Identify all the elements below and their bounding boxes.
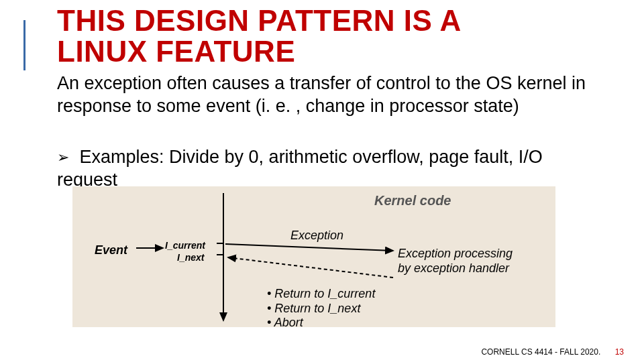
title-accent-bar <box>23 20 25 70</box>
footer-course: CORNELL CS 4414 - FALL 2020. <box>481 347 600 357</box>
title-line-2: LINUX FEATURE <box>57 35 295 68</box>
slide-title: THIS DESIGN PATTERN IS A LINUX FEATURE <box>57 5 462 67</box>
intro-paragraph: An exception often causes a transfer of … <box>57 72 614 118</box>
svg-line-4 <box>225 244 393 251</box>
i-current-label: I_current <box>165 240 205 251</box>
return-outcomes-list: • Return to I_current • Return to I_next… <box>267 287 375 330</box>
slide-footer: CORNELL CS 4414 - FALL 2020. 13 <box>481 347 624 357</box>
list-item: • Return to I_next <box>267 302 375 316</box>
processing-line-2: by exception handler <box>398 261 509 275</box>
bullet-arrow-icon: ➢ <box>57 148 69 167</box>
list-item: • Abort <box>267 316 375 330</box>
title-line-1: THIS DESIGN PATTERN IS A <box>57 4 462 37</box>
examples-text: Examples: Divide by 0, arithmetic overfl… <box>57 147 543 190</box>
footer-page-number: 13 <box>615 347 624 357</box>
list-item: • Return to I_current <box>267 287 375 302</box>
exception-diagram: Kernel code Event I_current I_next Excep… <box>72 186 555 327</box>
svg-line-5 <box>228 257 393 278</box>
exception-label: Exception <box>290 229 343 243</box>
processing-line-1: Exception processing <box>398 247 513 260</box>
kernel-code-label: Kernel code <box>374 193 451 208</box>
exception-processing-label: Exception processing by exception handle… <box>398 247 513 276</box>
i-next-label: I_next <box>177 252 204 263</box>
event-label: Event <box>95 243 127 257</box>
